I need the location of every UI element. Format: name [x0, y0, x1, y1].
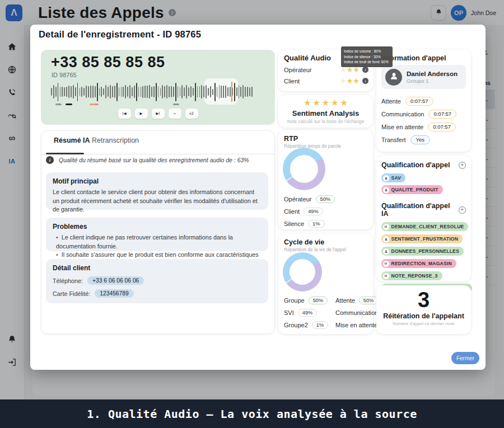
waveform-bar	[138, 87, 139, 97]
ia-badge-icon: IA	[383, 261, 389, 267]
waveform-bar	[141, 87, 142, 96]
waveform-bar	[181, 85, 183, 99]
cycle-card: Cycle de vie Répartition de la vie de l'…	[278, 234, 373, 334]
qualification-tags: SAVQUALITE_PRODUIT	[381, 173, 466, 194]
waveform-bar	[99, 88, 100, 96]
waveform-bar	[73, 85, 74, 99]
legend-label: SVI	[284, 309, 294, 316]
waveform-bar	[201, 85, 202, 98]
contact-avatar	[385, 69, 402, 86]
waveform-bar	[240, 87, 241, 97]
sentiment-card: ★★★★★ Sentiment Analysis Note calculé su…	[278, 95, 373, 128]
call-info-label: Communication	[381, 111, 424, 117]
person-icon	[389, 70, 399, 83]
waveform-bar	[242, 85, 244, 98]
waveform-bar	[195, 83, 196, 101]
client-detail-row: Téléphone:+33 6 06 06 06 06	[53, 276, 262, 285]
legend-label: Communication	[335, 309, 378, 316]
tabs: Résumé IA Retranscription	[41, 137, 274, 149]
waveform-bar	[103, 88, 104, 95]
info-icon: i	[46, 156, 54, 164]
waveform-bar	[203, 86, 204, 97]
qualification-tag: IANOTE_REPONSE_3	[381, 271, 442, 280]
audio-player-card: +33 85 85 85 85 ID 98765 I◀▶▶I»x2	[41, 50, 275, 125]
tag-label: REDIRECTION_MAGASIN	[391, 261, 452, 266]
reiteration-card: 3 Réitération de l'appelant Nombre d'app…	[376, 285, 471, 334]
summary-card: Résumé IA Retranscription i Qualité du r…	[41, 130, 275, 334]
tooltip-line: Indice de volume : 80%	[344, 49, 390, 54]
waveform[interactable]	[51, 82, 265, 102]
add-qualification-icon[interactable]: +	[459, 162, 466, 169]
play-button[interactable]: ▶	[135, 109, 148, 119]
legend-row: SVI49%	[278, 307, 330, 319]
waveform-bar	[81, 87, 82, 97]
qualification-ia-tags: IADEMANDE_CLIENT_RESOLUESENTIMENT_FRUSTR…	[381, 222, 466, 293]
waveform-bar	[116, 83, 118, 101]
waveform-bar	[77, 83, 78, 101]
call-info-row: Attente0:07:57	[381, 95, 468, 107]
add-qualification-ia-icon[interactable]: +	[459, 206, 466, 214]
call-info-row: Communication0:07:57	[381, 107, 468, 120]
qualification-tag: QUALITE_PRODUIT	[381, 185, 443, 194]
probleme-item: Le client indique ne pas retrouver certa…	[56, 233, 262, 251]
waveform-bar	[234, 83, 235, 101]
waveform-bar	[62, 87, 63, 97]
waveform-bar	[147, 86, 148, 97]
rtp-title: RTP	[278, 130, 373, 143]
star-info-icon[interactable]: i	[362, 67, 368, 73]
waveform-bar	[178, 86, 179, 98]
tab-resume-ia[interactable]: Résumé IA	[54, 137, 90, 144]
fast-forward-button[interactable]: »	[169, 109, 181, 119]
star-info-icon[interactable]: i	[362, 78, 368, 84]
client-detail-value: +33 6 06 06 06 06	[87, 276, 144, 285]
legend-row: Client49%	[278, 205, 373, 218]
close-modal-button[interactable]: Fermer	[451, 352, 479, 364]
skip-start-button[interactable]: I◀	[118, 109, 131, 119]
audio-quality-tooltip: Indice de volume : 80%Indice de silence …	[341, 46, 393, 67]
recording-id: ID 98765	[52, 72, 77, 78]
waveform-bar	[212, 89, 213, 95]
qualification-tag: SENTIMENT_FRUSTRATION	[381, 234, 463, 243]
agent-icon	[383, 187, 389, 193]
agent-icon	[383, 175, 389, 181]
legend-value: 1%	[312, 321, 328, 329]
waveform-bar	[164, 86, 165, 97]
qualite-audio-rows: Opérateur★★★iClient★★★i	[278, 66, 373, 84]
waveform-bar	[71, 86, 72, 97]
star-icon: ★	[353, 66, 360, 73]
star-icon: ★	[347, 77, 353, 84]
qualification-card: Qualification d'appel + SAVQUALITE_PRODU…	[376, 156, 471, 281]
waveform-bar	[208, 88, 209, 96]
waveform-bar	[188, 87, 189, 97]
legend-row: Silence1%	[278, 218, 373, 230]
waveform-bar	[55, 87, 57, 97]
star-icon: ★	[340, 97, 348, 108]
waveform-marker	[66, 104, 72, 105]
speed-button[interactable]: x2	[185, 109, 198, 119]
waveform-bar	[214, 83, 216, 101]
waveform-bar	[158, 86, 159, 97]
waveform-bar	[217, 87, 218, 97]
reiteration-subtitle: Nombre d'appel ce dernier mois	[376, 321, 471, 326]
skip-end-button[interactable]: ▶I	[152, 109, 165, 119]
waveform-cursor[interactable]	[231, 82, 232, 102]
tab-retranscription[interactable]: Retranscription	[92, 137, 139, 144]
waveform-bar	[75, 87, 76, 97]
detail-client-title: Détail client	[53, 264, 262, 272]
motif-title: Motif principal	[53, 177, 262, 185]
waveform-bar	[197, 86, 198, 97]
footer-banner: 1. Qualité Audio — La voix analysée à la…	[0, 399, 504, 428]
waveform-bar	[64, 87, 65, 96]
star-icon: ★	[353, 77, 360, 84]
legend-row: Opérateur50%	[278, 193, 373, 205]
tag-label: DONNEES_PERSONNELLES	[391, 248, 459, 254]
tag-label: SENTIMENT_FRUSTRATION	[391, 236, 459, 242]
client-detail-label: Téléphone:	[53, 278, 83, 284]
stage: Λ Liste des Appels i OP John Doe IA ions…	[0, 0, 504, 428]
waveform-bar	[101, 87, 102, 97]
legend-value: 49%	[304, 208, 323, 215]
active-tab-underline	[46, 153, 84, 154]
waveform-bar	[51, 88, 52, 96]
qualification-tag: IAREDIRECTION_MAGASIN	[381, 259, 456, 268]
waveform-bar	[58, 83, 59, 101]
